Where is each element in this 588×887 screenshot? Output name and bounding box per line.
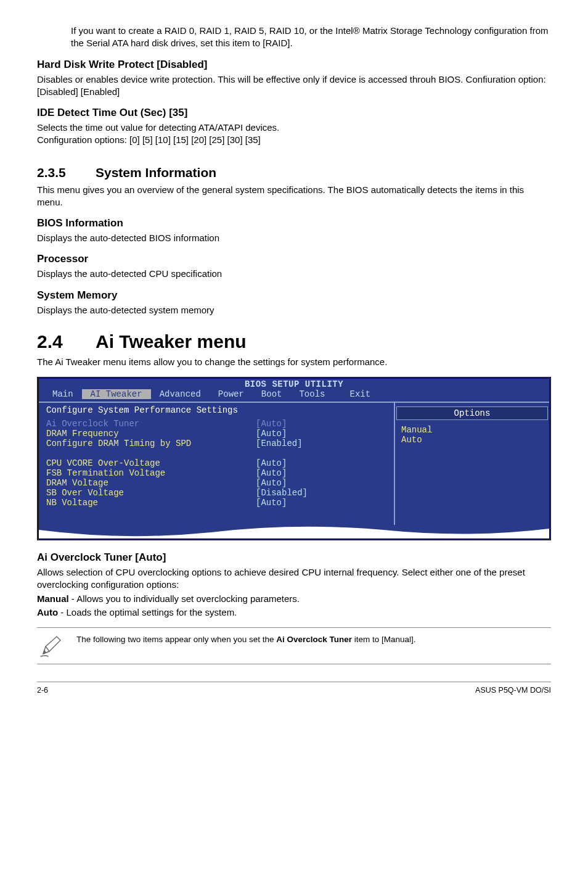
bios-option-manual: Manual [401, 425, 543, 435]
raid-intro-text: If you want to create a RAID 0, RAID 1, … [71, 25, 551, 50]
section-title: System Information [96, 165, 216, 179]
pencil-icon [37, 634, 65, 658]
bios-options-header: Options [396, 406, 548, 420]
section-2-3-5-heading: 2.3.5System Information [37, 165, 551, 180]
note-box: The following two items appear only when… [37, 627, 551, 664]
bios-row-value: [Auto] [256, 468, 386, 478]
bios-row-label: Configure DRAM Timing by SPD [46, 439, 256, 448]
bios-menu-ai-tweaker: AI Tweaker [82, 389, 151, 399]
ai-overclock-manual-line: Manual - Allows you to individually set … [37, 593, 551, 605]
bios-torn-edge [39, 525, 549, 538]
bios-info-heading: BIOS Information [37, 217, 551, 229]
bios-menu-bar: Main AI Tweaker Advanced Power Boot Tool… [39, 389, 549, 402]
page-footer: 2-6 ASUS P5Q-VM DO/SI [37, 682, 551, 695]
system-memory-heading: System Memory [37, 289, 551, 302]
ide-body-line1: Selects the time out value for detecting… [37, 122, 279, 133]
system-memory-body: Displays the auto-detected system memory [37, 304, 551, 316]
bios-row-blank [46, 448, 386, 458]
note-pre: The following two items appear only when… [76, 635, 276, 644]
bios-row-label: Ai Overclock Tuner [46, 419, 256, 429]
section-number: 2.3.5 [37, 165, 96, 180]
bios-row-fsb-term: FSB Termination Voltage [Auto] [46, 468, 386, 478]
hard-disk-write-protect-body: Disables or enables device write protect… [37, 73, 551, 99]
bios-row-sb-over: SB Over Voltage [Disabled] [46, 488, 386, 498]
section-2-4-heading: 2.4Ai Tweaker menu [37, 331, 551, 352]
manual-label: Manual [37, 593, 69, 604]
bios-menu-exit: Exit [341, 389, 379, 399]
bios-row-label: FSB Termination Voltage [46, 468, 256, 478]
bios-config-heading: Configure System Performance Settings [46, 405, 386, 415]
note-post: item to [Manual]. [352, 635, 416, 644]
bios-menu-tools: Tools [290, 389, 333, 399]
bios-row-value: [Disabled] [256, 488, 386, 498]
ide-detect-body: Selects the time out value for detecting… [37, 122, 551, 147]
section-title: Ai Tweaker menu [96, 331, 247, 352]
bios-title: BIOS SETUP UTILITY [39, 379, 549, 389]
bios-menu-power: Power [210, 389, 253, 399]
section-number: 2.4 [37, 331, 96, 352]
bios-row-label: DRAM Frequency [46, 429, 256, 439]
bios-row-dram-voltage: DRAM Voltage [Auto] [46, 478, 386, 488]
bios-row-value: [Auto] [256, 478, 386, 488]
processor-body: Displays the auto-detected CPU specifica… [37, 268, 551, 280]
ai-tweaker-intro: The Ai Tweaker menu items allow you to c… [37, 356, 551, 368]
bios-row-dram-timing: Configure DRAM Timing by SPD [Enabled] [46, 439, 386, 448]
ai-overclock-tuner-heading: Ai Overclock Tuner [Auto] [37, 551, 551, 564]
bios-row-cpu-vcore: CPU VCORE Over-Voltage [Auto] [46, 458, 386, 468]
bios-row-label: NB Voltage [46, 498, 256, 508]
bios-left-panel: Configure System Performance Settings Ai… [39, 403, 395, 525]
bios-right-panel: Options Manual Auto [395, 403, 549, 525]
ai-overclock-auto-line: Auto - Loads the optimal settings for th… [37, 606, 551, 619]
bios-row-label: CPU VCORE Over-Voltage [46, 458, 256, 468]
bios-row-value: [Auto] [256, 429, 386, 439]
bios-row-ai-overclock: Ai Overclock Tuner [Auto] [46, 419, 386, 429]
bios-menu-advanced: Advanced [151, 389, 210, 399]
bios-row-value: [Auto] [256, 419, 386, 429]
bios-menu-main: Main [44, 389, 82, 399]
sysinfo-intro: This menu gives you an overview of the g… [37, 184, 551, 209]
footer-page-number: 2-6 [37, 686, 48, 695]
ai-overclock-body1: Allows selection of CPU overclocking opt… [37, 566, 551, 592]
bios-row-label: SB Over Voltage [46, 488, 256, 498]
bios-row-value: [Auto] [256, 458, 386, 468]
bios-info-body: Displays the auto-detected BIOS informat… [37, 232, 551, 244]
auto-label: Auto [37, 607, 58, 617]
ide-body-line2: Configuration options: [0] [5] [10] [15]… [37, 134, 261, 145]
bios-row-value: [Enabled] [256, 439, 386, 448]
bios-option-auto: Auto [401, 435, 543, 445]
footer-product-name: ASUS P5Q-VM DO/SI [475, 686, 551, 695]
bios-row-value: [Auto] [256, 498, 386, 508]
bios-setup-screenshot: BIOS SETUP UTILITY Main AI Tweaker Advan… [37, 377, 551, 540]
ide-detect-heading: IDE Detect Time Out (Sec) [35] [37, 107, 551, 119]
bios-menu-boot: Boot [253, 389, 291, 399]
manual-rest: - Allows you to individually set overclo… [69, 593, 300, 604]
processor-heading: Processor [37, 253, 551, 265]
note-text: The following two items appear only when… [76, 634, 551, 645]
hard-disk-write-protect-heading: Hard Disk Write Protect [Disabled] [37, 59, 551, 71]
bios-row-label: DRAM Voltage [46, 478, 256, 488]
note-bold: Ai Overclock Tuner [276, 635, 352, 644]
auto-rest: - Loads the optimal settings for the sys… [58, 607, 237, 617]
bios-row-dram-freq: DRAM Frequency [Auto] [46, 429, 386, 439]
bios-row-nb-voltage: NB Voltage [Auto] [46, 498, 386, 508]
